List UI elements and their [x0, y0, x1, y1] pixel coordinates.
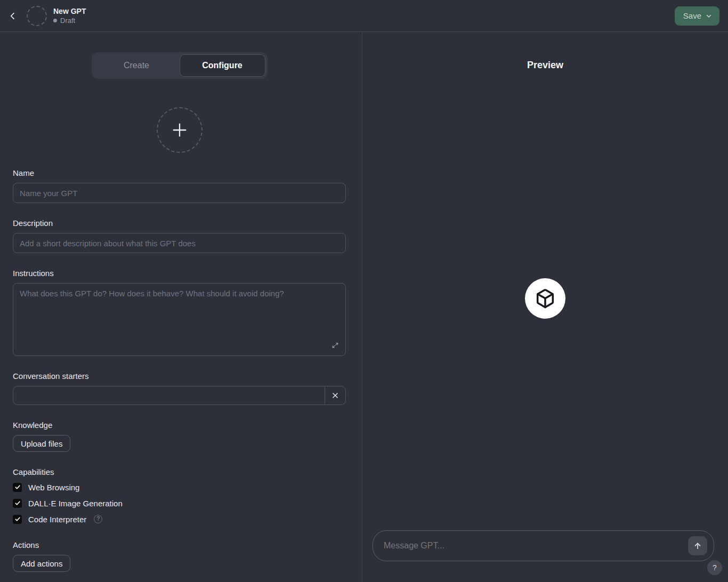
avatar-upload-button[interactable]	[157, 107, 203, 153]
name-input[interactable]	[13, 183, 346, 203]
tab-create[interactable]: Create	[94, 54, 180, 77]
gpt-editor-app: New GPT Draft Save Create Configure	[0, 0, 728, 582]
knowledge-section: Knowledge Upload files	[13, 421, 346, 452]
checkbox-web-browsing[interactable]	[13, 483, 22, 492]
conversation-starter-row	[13, 386, 346, 405]
expand-instructions-button[interactable]	[330, 340, 341, 351]
main-split: Create Configure Name Description	[0, 32, 728, 582]
chevron-down-icon	[706, 13, 712, 19]
gpt-avatar-placeholder[interactable]	[27, 6, 47, 26]
tab-configure[interactable]: Configure	[180, 54, 265, 77]
capability-label-code-interpreter: Code Interpreter	[28, 515, 86, 524]
knowledge-label: Knowledge	[13, 421, 346, 430]
checkbox-code-interpreter[interactable]	[13, 515, 22, 524]
add-actions-button[interactable]: Add actions	[13, 555, 70, 572]
capability-label-web-browsing: Web Browsing	[28, 483, 79, 492]
check-icon	[14, 516, 21, 522]
instructions-field: Instructions	[13, 269, 346, 356]
capability-row-code-interpreter: Code Interpreter ?	[13, 513, 346, 525]
capability-row-web-browsing: Web Browsing	[13, 481, 346, 493]
save-button[interactable]: Save	[675, 6, 719, 26]
upload-files-button[interactable]: Upload files	[13, 435, 70, 452]
send-button[interactable]	[688, 536, 707, 555]
gpt-preview-avatar	[525, 278, 565, 319]
description-input[interactable]	[13, 233, 346, 253]
preview-panel: Preview ?	[362, 32, 728, 582]
conversation-starters-label: Conversation starters	[13, 371, 346, 381]
instructions-textarea-wrap	[13, 283, 346, 356]
actions-section: Actions Add actions	[13, 540, 346, 572]
arrow-up-icon	[693, 541, 702, 551]
check-icon	[14, 484, 21, 490]
conversation-starter-input[interactable]	[13, 386, 325, 405]
status-label: Draft	[60, 17, 75, 25]
message-bar	[373, 530, 714, 561]
back-button[interactable]	[4, 7, 21, 25]
conversation-starters-field: Conversation starters	[13, 371, 346, 405]
save-button-label: Save	[683, 11, 701, 20]
tab-switcher: Create Configure	[92, 52, 268, 79]
header: New GPT Draft Save	[0, 0, 728, 32]
editor-panel: Create Configure Name Description	[0, 32, 362, 582]
description-field: Description	[13, 219, 346, 253]
actions-label: Actions	[13, 540, 346, 549]
description-label: Description	[13, 219, 346, 228]
message-input[interactable]	[384, 541, 688, 551]
help-button[interactable]: ?	[707, 560, 722, 575]
draft-status: Draft	[53, 17, 86, 25]
capabilities-label: Capabilities	[13, 467, 346, 476]
preview-title: Preview	[362, 32, 728, 71]
name-field: Name	[13, 168, 346, 203]
check-icon	[14, 500, 21, 506]
remove-starter-button[interactable]	[325, 386, 345, 405]
header-titles: New GPT Draft	[53, 7, 86, 25]
cube-icon	[535, 288, 556, 309]
capability-row-dalle: DALL·E Image Generation	[13, 497, 346, 509]
capability-label-dalle: DALL·E Image Generation	[28, 499, 123, 508]
code-interpreter-help-icon[interactable]: ?	[94, 515, 102, 523]
gpt-title: New GPT	[53, 7, 86, 15]
name-label: Name	[13, 168, 346, 177]
checkbox-dalle[interactable]	[13, 499, 22, 508]
expand-diagonal-icon	[331, 342, 339, 349]
capabilities-section: Capabilities Web Browsing	[13, 467, 346, 525]
status-dot-icon	[53, 19, 57, 22]
instructions-textarea[interactable]	[13, 283, 346, 356]
plus-icon	[171, 121, 189, 139]
tab-create-label: Create	[124, 61, 149, 70]
close-icon	[331, 392, 339, 399]
chevron-left-icon	[9, 12, 17, 20]
instructions-label: Instructions	[13, 269, 346, 278]
tab-configure-label: Configure	[202, 61, 242, 70]
